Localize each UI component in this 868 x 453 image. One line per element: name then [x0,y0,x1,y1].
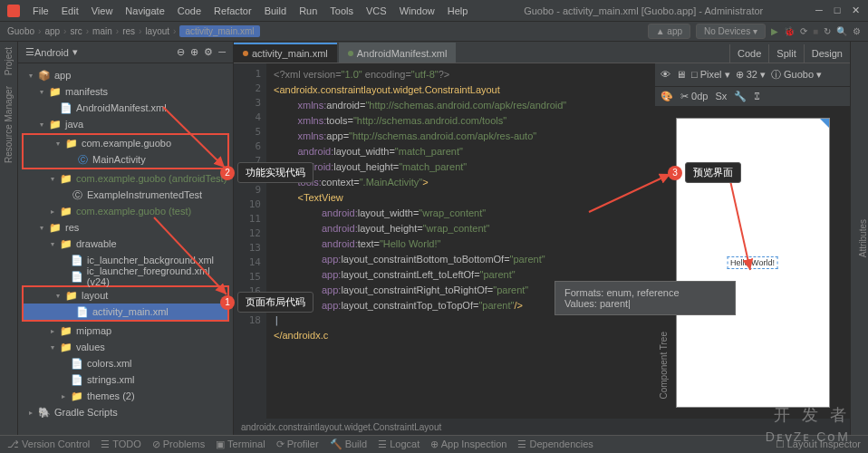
orientation-icon[interactable]: 🖥 [676,69,686,80]
bc-res[interactable]: res [122,26,135,36]
locate-icon[interactable]: ⊕ [190,46,198,58]
device-dropdown[interactable]: □ Pixel ▾ [691,69,730,81]
sb-vcs[interactable]: ⎇ Version Control [7,439,90,450]
menu-tools[interactable]: Tools [324,4,359,18]
sb-logcat[interactable]: ☰ Logcat [378,439,420,450]
sb-problems[interactable]: ⊘ Problems [152,439,206,450]
annotation-text-1: 页面布局代码 [237,292,313,313]
app-icon [7,5,20,17]
profile-icon[interactable]: ⟳ [800,26,807,36]
code-content[interactable]: <?xml version="1.0" encoding="utf-8"?> <… [266,63,654,419]
eye-icon[interactable]: 👁 [661,69,670,80]
preview-textview[interactable]: Hello World! [727,256,778,269]
tree-layout[interactable]: ▾📁layout [24,287,227,304]
run-icon[interactable]: ▶ [771,26,778,36]
maximize-icon[interactable]: □ [832,5,843,16]
watermark-1: 开 发 者 [774,404,850,426]
menu-view[interactable]: View [86,4,119,18]
device-preview[interactable]: Hello World! [655,107,850,419]
devices-dropdown[interactable]: No Devices ▾ [696,24,766,39]
line-gutter: 123456789101112131415161718 [234,63,266,419]
menu-refactor[interactable]: Refactor [208,4,257,18]
attributes-tool[interactable]: Attributes [858,219,868,257]
tools-icon[interactable]: 🔧 [734,91,747,102]
tree-pkg-main[interactable]: ▾📁com.example.guobo [24,135,227,151]
project-panel: ☰ Android ▾ ⊖ ⊕ ⚙ ─ ▾📦app ▾📁manifests 📄A… [18,42,234,435]
tree-strings[interactable]: 📄strings.xml [18,371,233,388]
resource-tool[interactable]: Resource Manager [4,86,14,163]
tree-example-test[interactable]: ⒸExampleInstrumentedTest [18,187,233,203]
margin-field[interactable]: ✂ 0dp [680,91,708,102]
menu-file[interactable]: File [27,4,54,18]
tab-activity-main[interactable]: activity_main.xml [234,43,337,63]
bc-layout[interactable]: layout [145,26,169,36]
tree-java[interactable]: ▾📁java [18,116,233,132]
palette-icon[interactable]: 🎨 [661,91,673,102]
tree-app[interactable]: ▾📦app [18,67,233,83]
editor-area: activity_main.xml AndroidManifest.xml Co… [234,42,850,435]
annotation-text-3: 预览界面 [685,162,741,183]
breadcrumb: Guobo› app› src› main› res› layout› acti… [0,22,868,42]
menu-vcs[interactable]: VCS [361,4,392,18]
tree-res[interactable]: ▾📁res [18,219,233,236]
menu-navigate[interactable]: Navigate [120,4,169,18]
menu-run[interactable]: Run [294,4,323,18]
code-editor[interactable]: 123456789101112131415161718 <?xml versio… [234,63,654,419]
tree-drawable[interactable]: ▾📁drawable [18,236,233,252]
guide-icon[interactable]: Ɪ [754,91,759,101]
bc-file[interactable]: activity_main.xml [179,25,259,37]
tree-values[interactable]: ▾📁values [18,339,233,355]
sb-terminal[interactable]: ▣ Terminal [216,439,265,450]
sb-build[interactable]: 🔨 Build [330,439,368,450]
tree-colors[interactable]: 📄colors.xml [18,355,233,371]
mode-design[interactable]: Design [804,44,850,63]
android-scope-icon[interactable]: ☰ [25,46,34,58]
project-tool[interactable]: Project [4,47,14,75]
tree-pkg-test2[interactable]: ▸📁com.example.guobo (test) [18,203,233,219]
bc-project[interactable]: Guobo [7,26,34,36]
tree-themes[interactable]: ▸📁themes (2) [18,388,233,404]
mode-code[interactable]: Code [729,44,768,63]
tree-gradle[interactable]: ▸🐘Gradle Scripts [18,404,233,420]
sb-profiler[interactable]: ⟳ Profiler [276,439,319,450]
menu-code[interactable]: Code [172,4,207,18]
stop-icon[interactable]: ■ [813,26,818,36]
component-tree-label[interactable]: Component Tree [659,332,669,400]
tree-pkg-test1[interactable]: ▾📁com.example.guobo (androidTest) [18,170,233,187]
preview-panel: 👁 🖥 □ Pixel ▾ ⊕ 32 ▾ ⓘ Guobo ▾ 🎨 ✂ 0dp S… [654,63,850,419]
run-config-dropdown[interactable]: ▲ app [648,24,690,39]
bc-src[interactable]: src [70,26,82,36]
gear-icon[interactable]: ⚙ [204,46,213,58]
bc-main[interactable]: main [92,26,112,36]
debug-icon[interactable]: 🐞 [784,26,795,36]
theme-dropdown[interactable]: ⓘ Guobo ▾ [771,68,822,82]
search-icon[interactable]: 🔍 [836,26,847,36]
tree-main-activity[interactable]: ⒸMainActivity [24,151,227,168]
sync-icon[interactable]: ↻ [824,26,831,36]
settings-icon[interactable]: ⚙ [853,26,861,36]
menu-help[interactable]: Help [442,4,474,18]
hide-icon[interactable]: ─ [218,46,226,58]
collapse-icon[interactable]: ⊖ [177,46,185,58]
menu-window[interactable]: Window [394,4,440,18]
menu-build[interactable]: Build [259,4,292,18]
mode-split[interactable]: Split [768,44,803,63]
menu-edit[interactable]: Edit [56,4,84,18]
annotation-badge-3: 3 [668,166,682,180]
sb-deps[interactable]: ☰ Dependencies [517,439,593,450]
bc-app[interactable]: app [44,26,60,36]
tree-manifests[interactable]: ▾📁manifests [18,83,233,100]
tree-manifest-file[interactable]: 📄AndroidManifest.xml [18,100,233,116]
tree-activity-main[interactable]: 📄activity_main.xml [24,304,227,320]
panel-title[interactable]: Android [34,47,69,58]
breadcrumb-bottom[interactable]: androidx.constraintlayout.widget.Constra… [234,419,850,435]
api-dropdown[interactable]: ⊕ 32 ▾ [736,69,766,81]
sb-inspection[interactable]: ⊕ App Inspection [430,439,506,450]
sx-icon[interactable]: Sx [715,91,727,101]
tree-mipmap[interactable]: ▸📁mipmap [18,323,233,339]
close-icon[interactable]: ✕ [850,5,861,16]
tree-drw2[interactable]: 📄ic_launcher_foreground.xml (v24) [18,268,233,284]
tab-manifest[interactable]: AndroidManifest.xml [339,43,457,63]
sb-todo[interactable]: ☰ TODO [101,439,140,450]
minimize-icon[interactable]: ─ [814,5,825,16]
